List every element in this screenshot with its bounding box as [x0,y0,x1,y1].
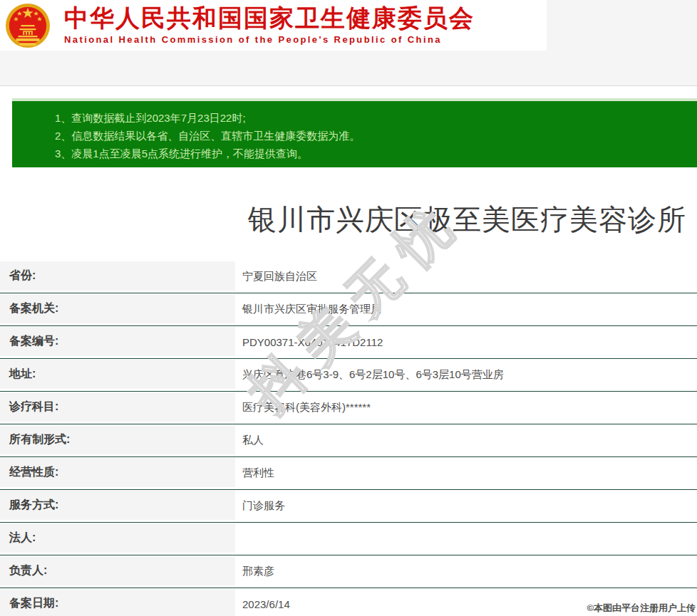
row-value: 宁夏回族自治区 [235,261,697,293]
header-text: 中华人民共和国国家卫生健康委员会 National Health Commiss… [64,6,475,45]
row-value: 营利性 [235,457,697,489]
table-row: 省份: 宁夏回族自治区 [0,261,697,293]
row-value: 兴庆区意志巷6号3-9、6号2层10号、6号3层10号营业房 [235,359,697,391]
notice-line: 2、信息数据结果以各省、自治区、直辖市卫生健康委数据为准。 [55,127,697,145]
row-value: 医疗美容科(美容外科)****** [235,392,697,424]
row-label: 服务方式: [0,491,235,520]
row-label: 法人: [0,523,235,553]
table-row: 负责人: 邢素彦 [0,555,697,588]
notice-box: 1、查询数据截止到2023年7月23日22时; 2、信息数据结果以各省、自治区、… [12,98,697,167]
row-label: 负责人: [0,556,235,585]
row-label: 省份: [0,261,235,291]
notice-line: 1、查询数据截止到2023年7月23日22时; [55,109,697,127]
org-title-cn: 中华人民共和国国家卫生健康委员会 [64,6,475,31]
row-label: 地址: [0,360,235,389]
row-value: 门诊服务 [235,490,697,522]
notice-line: 3、凌晨1点至凌晨5点系统进行维护，不能提供查询。 [55,145,697,162]
row-label: 备案日期: [0,589,235,616]
table-row: 地址: 兴庆区意志巷6号3-9、6号2层10号、6号3层10号营业房 [0,359,697,392]
table-row: 服务方式: 门诊服务 [0,490,697,523]
row-value [235,523,697,555]
row-label: 所有制形式: [0,425,235,454]
row-value: PDY00371-X64010417D2112 [235,326,697,358]
row-value: 私人 [235,424,697,456]
header-banner: 中华人民共和国国家卫生健康委员会 National Health Commiss… [0,0,547,51]
row-value: 银川市兴庆区审批服务管理局 [235,293,697,325]
copyright-stamp: ©本图由平台注册用户上传 [587,602,696,615]
table-row: 法人: [0,523,697,555]
row-label: 备案机关: [0,294,235,323]
table-row: 备案机关: 银川市兴庆区审批服务管理局 [0,293,697,326]
table-row: 诊疗科目: 医疗美容科(美容外科)****** [0,392,697,424]
row-label: 备案编号: [0,327,235,356]
national-emblem-icon [6,2,50,49]
page: 中华人民共和国国家卫生健康委员会 National Health Commiss… [0,0,697,616]
institution-title: 银川市兴庆区极至美医疗美容诊所 [248,200,686,239]
table-row: 经营性质: 营利性 [0,457,697,490]
details-table: 省份: 宁夏回族自治区 备案机关: 银川市兴庆区审批服务管理局 备案编号: PD… [0,261,697,616]
row-label: 诊疗科目: [0,392,235,422]
org-title-en: National Health Commission of the People… [64,34,475,45]
row-label: 经营性质: [0,458,235,487]
table-row: 所有制形式: 私人 [0,424,697,457]
row-value: 邢素彦 [235,555,697,588]
table-row: 备案编号: PDY00371-X64010417D2112 [0,326,697,359]
